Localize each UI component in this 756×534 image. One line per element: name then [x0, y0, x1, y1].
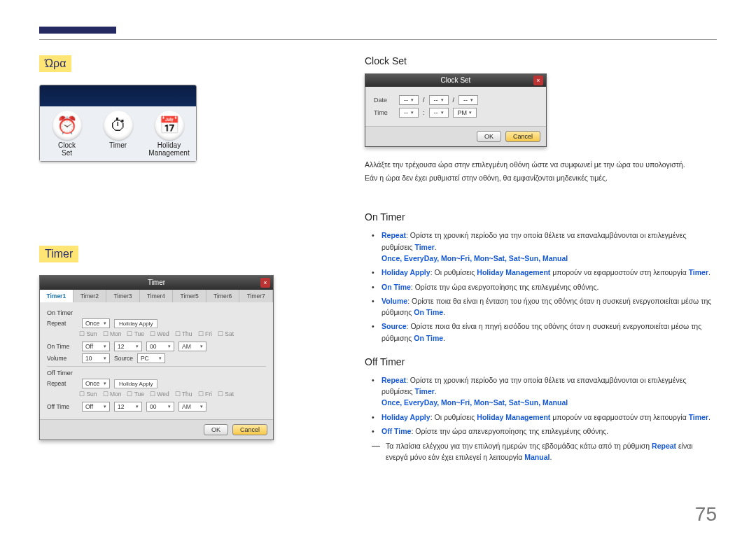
icon-clock-set[interactable]: ⏰ ClockSet: [43, 111, 92, 157]
holiday-apply-button[interactable]: Holiday Apply: [114, 319, 158, 328]
day-check[interactable]: Fri: [198, 330, 212, 337]
kw-holiday-mgmt: Holiday Management: [477, 413, 550, 421]
kw-manual: Manual: [524, 453, 550, 461]
day-check[interactable]: Mon: [103, 391, 122, 398]
bullet-text: : Οι ρυθμίσεις: [430, 268, 477, 276]
kw-source: Source: [382, 322, 407, 330]
bullet-holiday-apply: Holiday Apply: Οι ρυθμίσεις Holiday Mana…: [372, 412, 717, 423]
icon-holiday-management[interactable]: 📅 HolidayManagement: [145, 111, 194, 157]
off-timer-bullets: Repeat: Ορίστε τη χρονική περίοδο για τη…: [365, 374, 717, 437]
cancel-button[interactable]: Cancel: [232, 424, 267, 435]
tab-timer5[interactable]: Timer5: [173, 290, 206, 302]
on-time-min-select[interactable]: 00: [146, 342, 174, 351]
date-field[interactable]: --: [399, 95, 419, 105]
day-check[interactable]: Sat: [218, 330, 234, 337]
repeat-label: Repeat: [47, 380, 78, 387]
timer-tabs: Timer1 Timer2 Timer3 Timer4 Timer5 Timer…: [40, 290, 273, 302]
footnote-text: Τα πλαίσια ελέγχου για την επιλογή ημερώ…: [386, 442, 652, 450]
icon-timer[interactable]: ⏱ Timer: [94, 111, 143, 157]
section-heading-timer: Timer: [39, 246, 78, 262]
kw-repeat: Repeat: [652, 442, 676, 450]
on-time-ampm-select[interactable]: AM: [178, 342, 206, 351]
clock-dialog-title: Clock Set ×: [365, 74, 546, 87]
clockset-para2: Εάν η ώρα δεν έχει ρυθμιστεί στην οθόνη,…: [365, 173, 717, 183]
period: .: [443, 334, 445, 342]
period: .: [550, 453, 552, 461]
bullet-text: μπορούν να εφαρμοστούν στη λειτουργία: [550, 413, 688, 421]
on-time-label: On Time: [47, 343, 78, 350]
bullet-text: : Ορίστε την ώρα απενεργοποίησης της επι…: [411, 427, 608, 435]
close-icon[interactable]: ×: [260, 278, 270, 288]
off-time-hour-select[interactable]: 12: [114, 402, 142, 412]
kw-off-time: Off Time: [382, 427, 411, 435]
off-timer-day-checkboxes: Sun Mon Tue Wed Thu Fri Sat: [79, 391, 266, 398]
repeat-select[interactable]: Once: [82, 379, 110, 388]
kw-holiday-apply: Holiday Apply: [382, 413, 430, 421]
date-field[interactable]: --: [429, 95, 449, 105]
day-check[interactable]: Fri: [198, 391, 212, 398]
off-time-min-select[interactable]: 00: [146, 402, 174, 412]
date-label: Date: [374, 97, 395, 104]
mock-timer-dialog: Timer × Timer1 Timer2 Timer3 Timer4 Time…: [39, 275, 274, 440]
repeat-label: Repeat: [47, 320, 78, 327]
footnote: ― Τα πλαίσια ελέγχου για την επιλογή ημε…: [365, 441, 717, 463]
on-time-state-select[interactable]: Off: [82, 342, 110, 351]
ampm-field[interactable]: PM: [453, 108, 477, 118]
close-icon[interactable]: ×: [533, 76, 543, 85]
cancel-button[interactable]: Cancel: [505, 131, 540, 142]
day-check[interactable]: Sat: [218, 391, 234, 398]
day-check[interactable]: Tue: [127, 330, 144, 337]
time-field[interactable]: --: [429, 108, 449, 118]
tab-timer6[interactable]: Timer6: [206, 290, 240, 302]
kw-timer: Timer: [414, 243, 434, 251]
day-check[interactable]: Mon: [103, 330, 122, 337]
tab-timer2[interactable]: Timer2: [74, 290, 107, 302]
period: .: [435, 387, 437, 395]
date-field[interactable]: --: [458, 95, 478, 105]
title-text: Clock Set: [441, 76, 471, 84]
on-time-hour-select[interactable]: 12: [114, 342, 142, 351]
kw-holiday-mgmt: Holiday Management: [477, 268, 550, 276]
bullet-text: : Ορίστε την ώρα ενεργοποίησης της επιλε…: [411, 283, 599, 291]
tab-timer1[interactable]: Timer1: [40, 290, 74, 302]
kw-volume: Volume: [382, 297, 407, 305]
bullet-holiday-apply: Holiday Apply: Οι ρυθμίσεις Holiday Mana…: [372, 267, 717, 278]
day-check[interactable]: Sun: [79, 330, 97, 337]
day-check[interactable]: Thu: [175, 330, 192, 337]
repeat-select[interactable]: Once: [82, 318, 110, 328]
date-sep: /: [453, 97, 455, 104]
clockset-para1: Αλλάξτε την τρέχουσα ώρα στην επιλεγμένη…: [365, 160, 717, 170]
icon-label: Timer: [109, 141, 127, 149]
heading-on-timer: On Timer: [365, 211, 717, 223]
day-check[interactable]: Wed: [150, 391, 169, 398]
day-check[interactable]: Tue: [127, 391, 144, 398]
kw-options: Once, EveryDay, Mon~Fri, Mon~Sat, Sat~Su…: [382, 254, 568, 262]
day-check[interactable]: Wed: [150, 330, 169, 337]
kw-on-time: On Time: [382, 283, 411, 291]
time-field[interactable]: --: [399, 108, 419, 118]
date-sep: /: [423, 97, 425, 104]
period: .: [708, 413, 710, 421]
ok-button[interactable]: OK: [204, 424, 228, 435]
off-time-ampm-select[interactable]: AM: [178, 402, 206, 412]
page-number: 75: [695, 503, 717, 526]
timer-dialog-title: Timer ×: [40, 276, 273, 290]
off-time-state-select[interactable]: Off: [82, 402, 110, 412]
ok-button[interactable]: OK: [477, 131, 501, 142]
footnote-dash: ―: [372, 441, 380, 463]
tab-timer7[interactable]: Timer7: [239, 290, 273, 302]
bullet-off-time: Off Time: Ορίστε την ώρα απενεργοποίησης…: [372, 426, 717, 437]
period: .: [435, 243, 437, 251]
tab-timer4[interactable]: Timer4: [140, 290, 174, 302]
kw-timer: Timer: [689, 268, 708, 276]
volume-select[interactable]: 10: [82, 353, 110, 363]
day-check[interactable]: Sun: [79, 391, 97, 398]
kw-repeat: Repeat: [382, 376, 406, 384]
heading-clock-set: Clock Set: [365, 55, 717, 66]
source-select[interactable]: PC: [137, 353, 165, 363]
tab-timer3[interactable]: Timer3: [106, 290, 140, 302]
day-check[interactable]: Thu: [175, 391, 192, 398]
left-column: Ώρα ⏰ ClockSet ⏱ Timer 📅 HolidayManageme…: [39, 55, 274, 463]
holiday-apply-button[interactable]: Holiday Apply: [114, 379, 158, 388]
on-timer-bullets: Repeat: Ορίστε τη χρονική περίοδο για τη…: [365, 230, 717, 343]
